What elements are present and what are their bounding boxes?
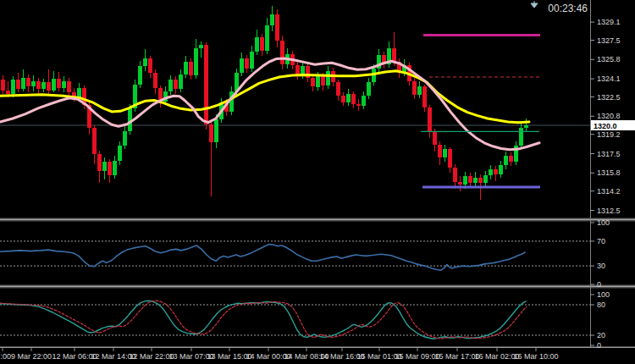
candle-body xyxy=(417,86,422,94)
candle-body xyxy=(494,169,498,174)
candle-body xyxy=(453,168,457,182)
stoch-axis-label: 20 xyxy=(597,331,605,339)
candle-body xyxy=(138,66,142,84)
time-axis-label: 15 Mar 09:00 xyxy=(395,352,439,361)
server-clock: 00:23:46 xyxy=(548,3,588,14)
time-axis-label: 12 Mar 22:00 xyxy=(129,352,174,361)
candle-body xyxy=(260,37,264,51)
time-axis-label: 16 Mar 10:00 xyxy=(513,352,558,361)
candle-body xyxy=(57,79,61,88)
candle xyxy=(204,42,208,130)
candle-body xyxy=(433,132,437,145)
candle-body xyxy=(412,81,417,95)
candle-body xyxy=(36,81,41,89)
candle-body xyxy=(123,131,127,146)
candle-body xyxy=(179,74,183,89)
candle-body xyxy=(473,178,478,184)
rsi-axis-label: 30 xyxy=(597,262,605,270)
candle-body xyxy=(438,145,442,157)
candle-body xyxy=(113,161,117,175)
candle-body xyxy=(250,52,254,69)
candle-body xyxy=(341,96,345,102)
candle-body xyxy=(148,58,152,73)
panel-divider xyxy=(0,286,635,288)
candle-body xyxy=(346,94,351,103)
candle-body xyxy=(67,81,71,92)
candle-body xyxy=(519,128,523,146)
price-axis-label: 1320.8 xyxy=(597,112,621,120)
price-axis-label: 1329.1 xyxy=(597,18,621,26)
candle-body xyxy=(280,41,284,64)
candle-body xyxy=(16,80,20,89)
candle-body xyxy=(6,91,10,94)
candle-body xyxy=(168,80,173,91)
candle-body xyxy=(428,108,432,133)
panel-divider xyxy=(0,219,635,221)
candle-body xyxy=(26,78,30,87)
candle-body xyxy=(199,45,203,48)
candle-body xyxy=(21,78,25,89)
time-axis-divider xyxy=(0,347,635,349)
candle-body xyxy=(97,154,102,171)
panel-divider xyxy=(0,221,635,222)
candle-body xyxy=(524,125,528,128)
candle-body xyxy=(326,71,330,85)
price-axis-label: 1327.5 xyxy=(597,36,621,45)
candle-body xyxy=(174,80,178,89)
candle-body xyxy=(504,156,508,165)
candle-body xyxy=(92,128,97,154)
candle-body xyxy=(509,156,513,162)
candle-body xyxy=(189,62,193,75)
candle-body xyxy=(468,176,472,183)
panel-divider xyxy=(0,285,635,286)
candle-body xyxy=(367,82,371,96)
trading-terminal-chart: 1329.11327.51325.81324.11322.51320.81319… xyxy=(0,0,635,364)
candle-body xyxy=(478,178,483,184)
price-axis-label: 1314.2 xyxy=(597,187,621,196)
candle-body xyxy=(62,81,66,88)
rsi-axis-label: 70 xyxy=(597,237,605,245)
candle-body xyxy=(47,82,51,90)
candle-body xyxy=(336,82,340,96)
candle-body xyxy=(214,119,218,142)
candle-body xyxy=(128,108,132,131)
candle-body xyxy=(443,149,447,157)
price-axis-label: 1317.5 xyxy=(597,150,621,158)
candle-body xyxy=(209,124,213,142)
candle-body xyxy=(311,78,315,87)
candle-body xyxy=(351,94,356,104)
chart-canvas[interactable]: 1329.11327.51325.81324.11322.51320.81319… xyxy=(0,0,635,364)
candle-body xyxy=(153,73,157,87)
candle-body xyxy=(194,48,198,75)
bid-price-tag: 1320.0 xyxy=(591,120,635,130)
stoch-axis-label: 0 xyxy=(597,341,601,350)
candle-body xyxy=(108,162,112,175)
candle-body xyxy=(316,76,320,86)
candle-body xyxy=(52,79,56,90)
candle-body xyxy=(245,58,249,69)
candle-body xyxy=(204,45,208,124)
candle-body xyxy=(448,149,452,167)
price-axis-label: 1325.8 xyxy=(597,55,621,63)
candle-body xyxy=(265,25,269,50)
candle-body xyxy=(240,58,244,73)
time-axis-label: :00 xyxy=(0,352,11,361)
stoch-axis-label: 80 xyxy=(597,301,605,309)
candle-body xyxy=(321,76,325,85)
candle-body xyxy=(255,37,259,52)
candle-body xyxy=(1,80,5,90)
candle-body xyxy=(143,58,147,66)
stoch-axis-label: 100 xyxy=(597,290,610,299)
time-axis-label: 9 Mar 22:00 xyxy=(11,352,52,361)
time-axis-label: 15 Mar 17:00 xyxy=(434,352,479,361)
price-axis-label: 1312.5 xyxy=(597,207,621,215)
panel-divider xyxy=(0,218,635,219)
candle-body xyxy=(184,62,188,74)
price-axis-label: 1324.1 xyxy=(597,74,621,83)
candle-body xyxy=(11,80,15,93)
price-axis-label: 1315.8 xyxy=(597,168,621,177)
candle-body xyxy=(458,182,462,185)
price-axis-label: 1322.5 xyxy=(597,93,621,102)
candle-body xyxy=(356,104,361,107)
candle-body xyxy=(362,96,366,106)
